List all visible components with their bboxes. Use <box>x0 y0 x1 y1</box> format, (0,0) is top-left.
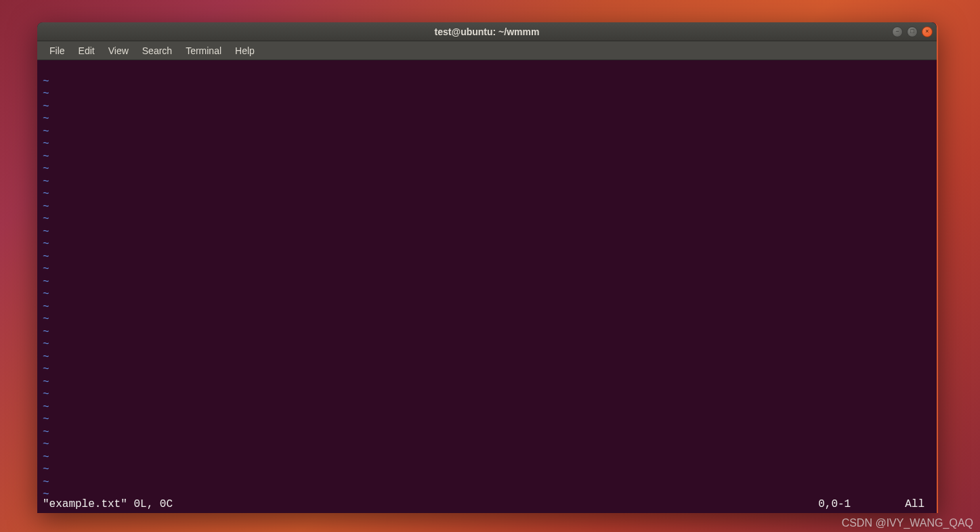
vim-tilde-line: ~ <box>43 101 931 114</box>
vim-tilde-line: ~ <box>43 226 931 239</box>
menu-search[interactable]: Search <box>135 43 179 59</box>
vim-tilde-line: ~ <box>43 414 931 426</box>
vim-tilde-line: ~ <box>43 451 931 464</box>
window-title: test@ubuntu: ~/wmmm <box>435 26 540 37</box>
vim-tilde-line: ~ <box>43 276 931 289</box>
terminal-window: test@ubuntu: ~/wmmm − □ × File Edit View… <box>37 22 938 513</box>
vim-tilde-line: ~ <box>43 263 931 276</box>
vim-tilde-line: ~ <box>43 113 931 126</box>
vim-tilde-line: ~ <box>43 201 931 214</box>
close-icon: × <box>925 28 929 35</box>
menu-edit[interactable]: Edit <box>72 43 102 59</box>
vim-tilde-line: ~ <box>43 151 931 164</box>
vim-tilde-line: ~ <box>43 238 931 251</box>
vim-tilde-line: ~ <box>43 426 931 439</box>
window-controls: − □ × <box>892 26 933 37</box>
maximize-icon: □ <box>910 28 914 35</box>
vim-status-line: "example.txt" 0L, 0C 0,0-1 All <box>43 498 931 511</box>
vim-tilde-line: ~ <box>43 476 931 489</box>
vim-tilde-line: ~ <box>43 439 931 451</box>
vim-tilde-line: ~ <box>43 288 931 301</box>
vim-tilde-line: ~ <box>43 401 931 414</box>
vim-first-line <box>43 63 931 76</box>
vim-tilde-line: ~ <box>43 251 931 264</box>
vim-tilde-line: ~ <box>43 389 931 401</box>
vim-tilde-line: ~ <box>43 376 931 389</box>
vim-tilde-line: ~ <box>43 126 931 139</box>
vim-tilde-line: ~ <box>43 301 931 314</box>
vim-status-position: 0,0-1 <box>818 498 851 511</box>
vim-tilde-line: ~ <box>43 338 931 351</box>
vim-tilde-line: ~ <box>43 76 931 89</box>
watermark: CSDN @IVY_WANG_QAQ <box>842 517 973 529</box>
close-button[interactable]: × <box>922 26 933 37</box>
vim-tilde-line: ~ <box>43 363 931 376</box>
vim-tilde-line: ~ <box>43 88 931 101</box>
title-bar[interactable]: test@ubuntu: ~/wmmm − □ × <box>37 22 937 41</box>
vim-tilde-line: ~ <box>43 176 931 189</box>
vim-tilde-line: ~ <box>43 188 931 201</box>
vim-tilde-line: ~ <box>43 326 931 339</box>
vim-tilde-line: ~ <box>43 313 931 326</box>
menu-help[interactable]: Help <box>228 43 261 59</box>
vim-tilde-line: ~ <box>43 163 931 176</box>
vim-tilde-line: ~ <box>43 138 931 151</box>
vim-tilde-line: ~ <box>43 213 931 226</box>
minimize-icon: − <box>895 28 899 35</box>
vim-tilde-line: ~ <box>43 351 931 364</box>
terminal-content[interactable]: ~~~~~~~~~~~~~~~~~~~~~~~~~~~~~~~~~~ "exam… <box>37 60 937 513</box>
menu-file[interactable]: File <box>43 43 72 59</box>
vim-tilde-lines: ~~~~~~~~~~~~~~~~~~~~~~~~~~~~~~~~~~ <box>43 76 931 502</box>
minimize-button[interactable]: − <box>892 26 903 37</box>
menu-bar: File Edit View Search Terminal Help <box>37 41 937 60</box>
maximize-button[interactable]: □ <box>907 26 918 37</box>
vim-tilde-line: ~ <box>43 464 931 476</box>
menu-view[interactable]: View <box>102 43 135 59</box>
vim-status-file: "example.txt" 0L, 0C <box>43 498 173 511</box>
vim-status-percent: All <box>905 498 924 511</box>
menu-terminal[interactable]: Terminal <box>179 43 228 59</box>
